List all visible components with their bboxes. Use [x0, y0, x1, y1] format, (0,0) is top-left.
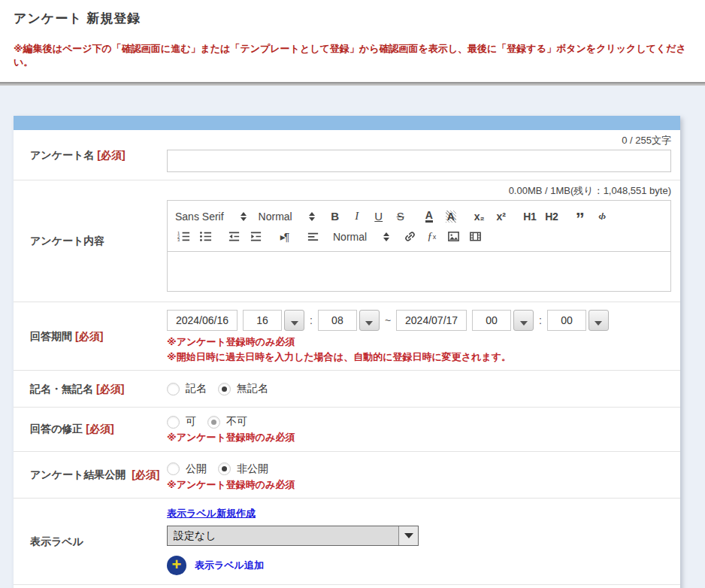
row-survey-name: アンケート名[必須] 0 / 255文字: [14, 130, 680, 180]
bullet-list-button[interactable]: [197, 228, 213, 246]
start-hour-value: 16: [243, 310, 282, 331]
svg-text:3: 3: [177, 238, 180, 242]
dropdown-arrow-button[interactable]: [359, 310, 380, 331]
subscript-button[interactable]: x₂: [471, 208, 488, 226]
indent-button[interactable]: [247, 228, 264, 246]
font-select[interactable]: Sans Serif: [175, 208, 247, 226]
dropdown-arrow-button[interactable]: [589, 310, 609, 331]
radio-circle-icon: [218, 462, 231, 475]
bold-icon: B: [331, 210, 339, 223]
outdent-button[interactable]: [225, 228, 242, 246]
image-button[interactable]: [445, 228, 461, 246]
radio-modify-allowed[interactable]: 可: [167, 415, 196, 429]
updown-arrows-icon: [241, 212, 247, 221]
plus-circle-icon: +: [167, 556, 186, 575]
h1-icon: H1: [523, 211, 536, 223]
header2-button[interactable]: H2: [543, 208, 560, 226]
strike-button[interactable]: S: [392, 208, 409, 226]
dropdown-arrow-button[interactable]: [513, 310, 534, 331]
size-counter: 0.00MB / 1MB(残り：1,048,551 byte): [167, 184, 671, 198]
chevron-down-icon: [520, 321, 528, 326]
required-badge: [必須]: [132, 468, 159, 480]
header1-button[interactable]: H1: [522, 208, 538, 226]
row-survey-content: アンケート内容 0.00MB / 1MB(残り：1,048,551 byte) …: [14, 180, 680, 302]
required-badge: [必須]: [86, 423, 113, 435]
add-display-label-button[interactable]: + 表示ラベル追加: [167, 556, 671, 575]
radio-circle-icon: [167, 462, 180, 475]
superscript-button[interactable]: x²: [493, 208, 510, 226]
strikethrough-icon: S: [397, 210, 404, 223]
card-accent-bar: [14, 116, 680, 130]
video-button[interactable]: [467, 228, 483, 246]
rich-text-editor: Sans Serif Normal: [167, 200, 671, 292]
end-minute-select[interactable]: 00: [547, 310, 609, 331]
start-date-input[interactable]: [167, 310, 238, 331]
link-icon: [404, 230, 416, 243]
video-icon: [469, 230, 482, 243]
char-counter: 0 / 255文字: [167, 134, 671, 147]
blockquote-button[interactable]: ”: [572, 208, 589, 226]
underline-icon: U: [374, 210, 383, 223]
anonymity-label: 記名・無記名: [30, 383, 93, 395]
background-color-button[interactable]: A: [443, 208, 459, 226]
text-direction-button[interactable]: ▸¶: [276, 228, 292, 246]
ordered-list-icon: 123: [177, 230, 190, 243]
survey-content-label: アンケート内容: [30, 235, 104, 247]
radio-modify-not-allowed[interactable]: 不可: [207, 415, 247, 429]
required-badge: [必須]: [97, 149, 125, 161]
updown-arrows-icon: [309, 212, 315, 221]
page-header: アンケート 新規登録 ※編集後はページ下の「確認画面に進む」または「テンプレート…: [0, 0, 705, 82]
time-separator: :: [310, 314, 313, 326]
page-title: アンケート 新規登録: [14, 10, 691, 27]
image-icon: [447, 230, 460, 243]
outdent-icon: [228, 230, 241, 243]
text-color-icon: A: [425, 210, 433, 223]
radio-circle-icon: [167, 383, 180, 396]
blockquote-icon: ”: [576, 208, 585, 224]
link-button[interactable]: [401, 228, 418, 246]
radio-private[interactable]: 非公開: [218, 462, 268, 476]
radio-signed[interactable]: 記名: [167, 382, 207, 396]
create-display-label-link[interactable]: 表示ラベル新規作成: [167, 507, 256, 520]
dropdown-arrow-button[interactable]: [398, 526, 418, 545]
ordered-list-button[interactable]: 123: [175, 228, 192, 246]
radio-public[interactable]: 公開: [167, 462, 207, 476]
end-minute-value: 00: [547, 310, 586, 331]
heading-select[interactable]: Normal: [259, 208, 315, 226]
italic-icon: I: [355, 210, 359, 223]
bold-button[interactable]: B: [327, 208, 343, 226]
code-block-button[interactable]: ‹/›: [594, 208, 610, 226]
size-select[interactable]: Normal: [333, 228, 389, 246]
modification-label: 回答の修正: [30, 423, 83, 435]
indent-icon: [250, 230, 262, 243]
display-label-select[interactable]: 設定なし: [167, 526, 419, 546]
start-minute-select[interactable]: 08: [318, 310, 380, 331]
period-label: 回答期間: [30, 330, 72, 342]
subscript-icon: x₂: [474, 211, 485, 223]
bullet-list-icon: [199, 230, 212, 243]
underline-button[interactable]: U: [371, 208, 387, 226]
h2-icon: H2: [545, 211, 558, 223]
text-color-button[interactable]: A: [421, 208, 437, 226]
radio-anonymous[interactable]: 無記名: [218, 382, 268, 396]
survey-name-label: アンケート名: [30, 149, 94, 161]
result-publish-note: ※アンケート登録時のみ必須: [167, 477, 671, 499]
background-color-icon: A: [446, 211, 456, 223]
range-separator: ~: [385, 314, 391, 326]
chevron-down-icon: [365, 321, 373, 326]
row-result-publish: アンケート結果公開 [必須] 公開 非公開 ※アンケート登録時のみ必須: [14, 451, 680, 499]
row-answer-modification: 回答の修正[必須] 可 不可 ※アンケート登録時のみ必須: [14, 407, 680, 451]
end-date-input[interactable]: [396, 310, 467, 331]
result-publish-label: アンケート結果公開: [30, 468, 126, 480]
start-hour-select[interactable]: 16: [243, 310, 304, 331]
dropdown-arrow-button[interactable]: [284, 310, 304, 331]
code-icon: ‹/›: [598, 211, 605, 222]
align-button[interactable]: [304, 228, 321, 246]
formula-button[interactable]: ƒx: [423, 228, 440, 246]
radio-circle-icon: [207, 416, 220, 429]
end-hour-select[interactable]: 00: [472, 310, 534, 331]
editor-content-area[interactable]: [168, 252, 670, 291]
survey-name-input[interactable]: [167, 150, 671, 172]
italic-button[interactable]: I: [349, 208, 365, 226]
size-select-value: Normal: [333, 231, 367, 243]
